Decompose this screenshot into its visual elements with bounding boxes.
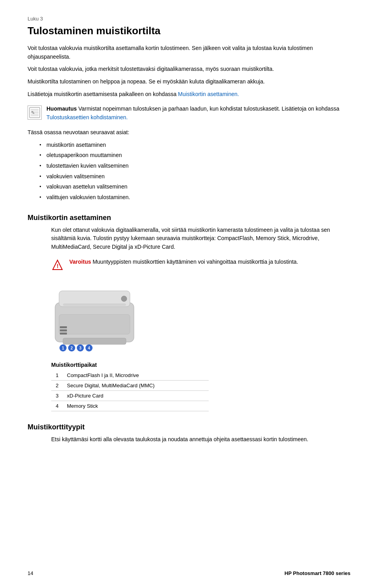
warning-content: Varoitus Muuntyyppisten muistikorttien k…	[69, 258, 298, 266]
table-cell-num: 4	[51, 401, 63, 411]
svg-rect-16	[60, 329, 67, 331]
section1-paragraph: Kun olet ottanut valokuvia digitaalikame…	[51, 226, 350, 251]
section1-title: Muistikortin asettaminen	[28, 214, 350, 222]
section2-paragraph: Etsi käyttämäsi kortti alla olevasta tau…	[51, 435, 350, 444]
table-row: 4 Memory Stick	[51, 401, 209, 411]
table-cell-desc: xD-Picture Card	[63, 390, 209, 401]
footer: 14 HP Photosmart 7800 series	[0, 570, 378, 576]
svg-rect-13	[59, 314, 130, 334]
warning-box: ! Varoitus Muuntyyppisten muistikorttien…	[51, 258, 350, 271]
table-cell-num: 1	[51, 370, 63, 381]
note-label: Huomautus	[46, 105, 77, 112]
list-item: valittujen valokuvien tulostaminen.	[39, 193, 350, 202]
list-item: valokuvan asettelun valitseminen	[39, 183, 350, 191]
list-item: muistikortin asettaminen	[39, 141, 350, 150]
tassa-intro: Tässä osassa neuvotaan seuraavat asiat:	[28, 128, 350, 137]
table-cell-desc: Secure Digital, MultiMediaCard (MMC)	[63, 380, 209, 390]
intro-p2: Voit tulostaa valokuvia, jotka merkitsit…	[28, 65, 350, 74]
list-item: tulostettavien kuvien valitseminen	[39, 162, 350, 170]
svg-rect-15	[60, 326, 67, 328]
note-box: ✎ Huomautus Varmistat nopeimman tulostuk…	[28, 105, 350, 122]
table-row: 1 CompactFlash I ja II, Microdrive	[51, 370, 209, 381]
svg-text:4: 4	[88, 346, 90, 350]
note-icon: ✎	[28, 105, 42, 120]
chapter-label: Luku 3	[28, 16, 350, 22]
table-cell-num: 3	[51, 390, 63, 401]
section2-title: Muistikorttityypit	[28, 423, 350, 431]
svg-text:!: !	[57, 263, 59, 269]
footer-page-number: 14	[28, 570, 33, 576]
printer-image: 1 2 3 4	[51, 279, 138, 354]
bullet-list: muistikortin asettaminen oletuspaperikoo…	[39, 141, 350, 202]
table-section: Muistikorttipaikat 1 CompactFlash I ja I…	[51, 362, 327, 411]
table-title: Muistikorttipaikat	[51, 362, 327, 368]
intro-p4: Lisätietoja muistikortin asettamisesta p…	[28, 90, 350, 99]
list-item: valokuvien valitseminen	[39, 172, 350, 181]
warning-icon: !	[51, 259, 64, 271]
table-row: 3 xD-Picture Card	[51, 390, 209, 401]
table-cell-desc: Memory Stick	[63, 401, 209, 411]
list-item: oletuspaperikoon muuttaminen	[39, 151, 350, 160]
svg-point-14	[121, 296, 127, 301]
intro-p1: Voit tulostaa valokuvia muistikortilta a…	[28, 44, 350, 61]
table-row: 2 Secure Digital, MultiMediaCard (MMC)	[51, 380, 209, 390]
warning-label: Varoitus	[69, 259, 91, 265]
svg-rect-26	[63, 303, 126, 306]
footer-brand: HP Photosmart 7800 series	[285, 570, 350, 576]
muistikorttipaikat-table: 1 CompactFlash I ja II, Microdrive 2 Sec…	[51, 370, 209, 411]
intro-p3: Muistikortilta tulostaminen on helppoa j…	[28, 78, 350, 86]
svg-rect-17	[60, 333, 67, 335]
link-muistikortin[interactable]: Muistikortin asettaminen.	[178, 91, 239, 97]
svg-rect-11	[63, 338, 126, 344]
svg-text:1: 1	[62, 346, 64, 350]
page: Luku 3 Tulostaminen muistikortilta Voit …	[0, 0, 378, 588]
table-cell-desc: CompactFlash I ja II, Microdrive	[63, 370, 209, 381]
table-cell-num: 2	[51, 380, 63, 390]
svg-text:3: 3	[79, 346, 82, 350]
page-title: Tulostaminen muistikortilta	[28, 25, 350, 37]
svg-text:2: 2	[70, 346, 73, 350]
note-content: Huomautus Varmistat nopeimman tulostukse…	[46, 105, 350, 122]
note-link[interactable]: Tulostuskasettien kohdistaminen.	[46, 114, 128, 120]
